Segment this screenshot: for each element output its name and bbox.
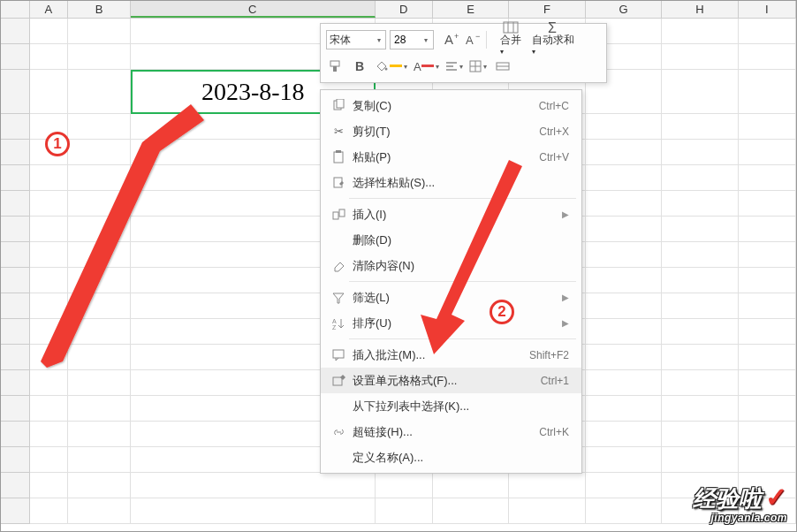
context-menu: 复制(C) Ctrl+C ✂ 剪切(T) Ctrl+X 粘贴(P) Ctrl+V…	[320, 89, 582, 474]
font-select[interactable]: 宋体 ▾	[326, 30, 386, 49]
bold-button[interactable]: B	[350, 57, 369, 76]
menu-delete[interactable]: 删除(D)	[321, 227, 581, 253]
svg-rect-25	[339, 209, 345, 217]
callout-2: 2	[490, 300, 514, 324]
col-header-D[interactable]: D	[376, 1, 433, 18]
borders-button[interactable]: ▾	[469, 57, 489, 76]
chevron-down-icon: ▾	[458, 63, 465, 71]
svg-text:A: A	[332, 318, 337, 324]
merge-across-icon	[496, 60, 510, 72]
copy-icon	[328, 99, 349, 112]
merge-icon	[503, 20, 519, 34]
col-header-E[interactable]: E	[433, 1, 509, 18]
svg-rect-28	[333, 350, 344, 358]
chevron-down-icon: ▾	[422, 36, 429, 44]
font-size-value: 28	[394, 34, 406, 46]
funnel-icon	[328, 292, 349, 304]
chevron-right-icon: ▶	[557, 318, 569, 328]
clipboard-icon	[328, 150, 349, 163]
menu-define-name[interactable]: 定义名称(A)...	[321, 445, 581, 470]
grow-font-button[interactable]: A+	[441, 30, 462, 49]
svg-rect-22	[336, 150, 341, 153]
borders-icon	[469, 60, 482, 72]
svg-text:−: −	[475, 32, 480, 41]
mini-toolbar: 宋体 ▾ 28 ▾ A+ A− 合并▾ Σ 自动求和▾ B ▾	[320, 23, 607, 83]
active-cell-value: 2023-8-18	[201, 78, 305, 105]
svg-rect-8	[330, 61, 339, 66]
font-name: 宋体	[330, 33, 351, 48]
svg-text:A: A	[466, 34, 474, 47]
align-button[interactable]: ▾	[445, 57, 465, 76]
col-header-I[interactable]: I	[739, 1, 796, 18]
col-header-G[interactable]: G	[586, 1, 662, 18]
menu-filter[interactable]: 筛选(L) ▶	[321, 285, 581, 310]
scissors-icon: ✂	[328, 125, 349, 138]
col-header-C[interactable]: C	[131, 1, 376, 18]
menu-paste-special[interactable]: 选择性粘贴(S)...	[321, 170, 581, 195]
menu-hyperlink[interactable]: 超链接(H)... Ctrl+K	[321, 419, 581, 445]
sort-icon: AZ	[328, 317, 349, 330]
menu-sort[interactable]: AZ 排序(U) ▶	[321, 310, 581, 336]
comment-icon	[328, 349, 349, 361]
column-headers: A B C D E F G H I	[1, 1, 796, 19]
chevron-down-icon: ▾	[376, 36, 383, 44]
insert-icon	[328, 208, 349, 221]
merge-across-button[interactable]	[493, 57, 512, 76]
shrink-font-icon: A−	[464, 32, 482, 48]
paint-brush-icon	[329, 59, 343, 73]
svg-rect-29	[333, 377, 342, 385]
font-size-select[interactable]: 28 ▾	[390, 30, 434, 49]
shrink-font-button[interactable]: A−	[462, 30, 483, 49]
align-icon	[445, 60, 458, 72]
svg-rect-4	[504, 22, 518, 33]
fill-color-button[interactable]: ▾	[374, 57, 409, 76]
format-cells-icon	[328, 375, 349, 387]
paste-special-icon	[328, 176, 349, 189]
chevron-down-icon: ▾	[434, 63, 441, 71]
font-color-preview	[421, 65, 434, 67]
menu-paste[interactable]: 粘贴(P) Ctrl+V	[321, 144, 581, 170]
col-header-H[interactable]: H	[662, 1, 738, 18]
svg-text:Σ: Σ	[548, 20, 557, 34]
svg-rect-24	[333, 212, 338, 219]
svg-rect-9	[333, 66, 337, 72]
col-header-A[interactable]: A	[30, 1, 68, 18]
menu-pick-list[interactable]: 从下拉列表中选择(K)...	[321, 393, 581, 419]
menu-insert[interactable]: 插入(I) ▶	[321, 201, 581, 227]
check-icon: ✓	[762, 483, 787, 512]
menu-format-cells[interactable]: 设置单元格格式(F)... Ctrl+1	[321, 368, 581, 393]
link-icon	[328, 426, 349, 438]
svg-text:Z: Z	[332, 324, 337, 330]
fill-color-preview	[390, 65, 402, 67]
chevron-right-icon: ▶	[557, 293, 569, 302]
svg-point-10	[385, 68, 388, 71]
watermark: 经验啦✓ jingyanla.com	[693, 482, 787, 524]
chevron-right-icon: ▶	[557, 209, 569, 219]
eraser-icon	[328, 260, 349, 272]
col-header-F[interactable]: F	[509, 1, 585, 18]
select-all-corner[interactable]	[1, 1, 30, 18]
bucket-icon	[374, 59, 390, 73]
chevron-down-icon: ▾	[482, 63, 489, 71]
callout-1: 1	[45, 132, 70, 156]
font-color-button[interactable]: A ▾	[414, 57, 441, 76]
autosum-button[interactable]: Σ 自动求和▾	[532, 19, 574, 57]
sigma-icon: Σ	[545, 20, 561, 34]
svg-rect-20	[337, 99, 344, 108]
svg-text:A: A	[444, 32, 453, 47]
svg-text:+: +	[454, 32, 459, 41]
grow-font-icon: A+	[443, 32, 460, 48]
col-header-B[interactable]: B	[68, 1, 131, 18]
menu-comment[interactable]: 插入批注(M)... Shift+F2	[321, 342, 581, 368]
svg-rect-21	[334, 152, 343, 163]
chevron-down-icon: ▾	[402, 63, 409, 71]
menu-cut[interactable]: ✂ 剪切(T) Ctrl+X	[321, 118, 581, 144]
merge-button[interactable]: 合并▾	[490, 19, 532, 57]
menu-copy[interactable]: 复制(C) Ctrl+C	[321, 93, 581, 118]
format-painter-button[interactable]	[326, 57, 345, 76]
menu-clear[interactable]: 清除内容(N)	[321, 253, 581, 278]
